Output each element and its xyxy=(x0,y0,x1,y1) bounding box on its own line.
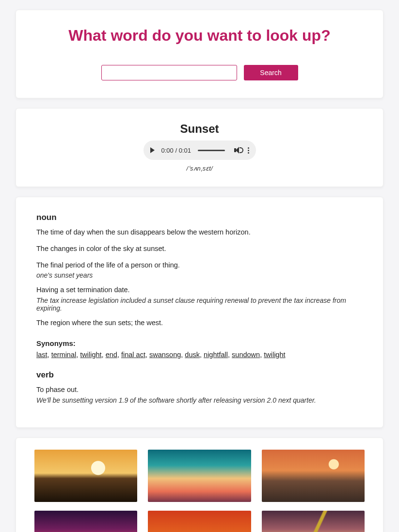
definition-example: The tax increase legislation included a … xyxy=(36,297,363,312)
result-word: Sunset xyxy=(36,122,363,136)
synonym-link[interactable]: twilight xyxy=(264,351,285,359)
definition-block: To phase out.We'll be sunsetting version… xyxy=(36,385,363,404)
pos-noun-heading: noun xyxy=(36,213,363,222)
synonym-link[interactable]: end xyxy=(106,351,117,359)
synonym-link[interactable]: last xyxy=(36,351,48,359)
definition-example: one's sunset years xyxy=(36,271,363,279)
search-card: What word do you want to look up? Search xyxy=(16,10,383,98)
definition-text: The region where the sun sets; the west. xyxy=(36,318,363,329)
synonym-link[interactable]: sundown xyxy=(232,351,260,359)
audio-progress[interactable] xyxy=(198,150,225,151)
result-card: Sunset 0:00 / 0:01 /ˈsʌnˌsɛt/ xyxy=(16,108,383,187)
kebab-menu-icon[interactable] xyxy=(248,147,249,154)
definition-text: The time of day when the sun disappears … xyxy=(36,227,363,238)
definitions-card: noun The time of day when the sun disapp… xyxy=(16,197,383,428)
synonym-link[interactable]: nightfall xyxy=(204,351,228,359)
images-card xyxy=(16,438,383,532)
sunset-orange-sun-tree[interactable] xyxy=(148,511,251,532)
definition-block: The final period of the life of a person… xyxy=(36,260,363,280)
synonyms-label: Synonyms: xyxy=(36,339,363,347)
synonym-link[interactable]: terminal xyxy=(51,351,77,359)
definition-text: The changes in color of the sky at sunse… xyxy=(36,244,363,254)
synonym-link[interactable]: dusk xyxy=(185,351,200,359)
sunset-silhouette-couple[interactable] xyxy=(34,450,137,502)
audio-player[interactable]: 0:00 / 0:01 xyxy=(144,141,256,160)
definition-block: The time of day when the sun disappears … xyxy=(36,227,363,238)
definition-text: To phase out. xyxy=(36,385,363,395)
page-title: What word do you want to look up? xyxy=(36,27,363,45)
definition-block: Having a set termination date.The tax in… xyxy=(36,285,363,312)
sunset-palm-road[interactable] xyxy=(262,511,365,532)
search-input[interactable] xyxy=(101,65,237,80)
synonyms-row: last, terminal, twilight, end, final act… xyxy=(36,349,363,360)
phonetic-text: /ˈsʌnˌsɛt/ xyxy=(36,165,363,172)
volume-icon[interactable] xyxy=(234,147,241,154)
sunset-pink-clouds-tree[interactable] xyxy=(34,511,137,532)
definition-text: Having a set termination date. xyxy=(36,285,363,296)
definition-block: The changes in color of the sky at sunse… xyxy=(36,244,363,254)
definition-text: The final period of the life of a person… xyxy=(36,260,363,271)
definition-example: We'll be sunsetting version 1.9 of the s… xyxy=(36,396,363,404)
definition-block: The region where the sun sets; the west. xyxy=(36,318,363,329)
search-row: Search xyxy=(36,65,363,80)
audio-time: 0:00 / 0:01 xyxy=(161,147,191,154)
search-button[interactable]: Search xyxy=(244,65,298,80)
image-grid xyxy=(34,450,365,532)
sunset-gradient-teal-orange[interactable] xyxy=(148,450,251,502)
synonym-link[interactable]: swansong xyxy=(149,351,181,359)
pos-verb-heading: verb xyxy=(36,370,363,380)
verb-definitions: To phase out.We'll be sunsetting version… xyxy=(36,385,363,404)
noun-definitions: The time of day when the sun disappears … xyxy=(36,227,363,329)
play-icon[interactable] xyxy=(150,147,155,153)
synonym-link[interactable]: final act xyxy=(121,351,145,359)
synonym-link[interactable]: twilight xyxy=(80,351,101,359)
sunset-over-ocean[interactable] xyxy=(262,450,365,502)
